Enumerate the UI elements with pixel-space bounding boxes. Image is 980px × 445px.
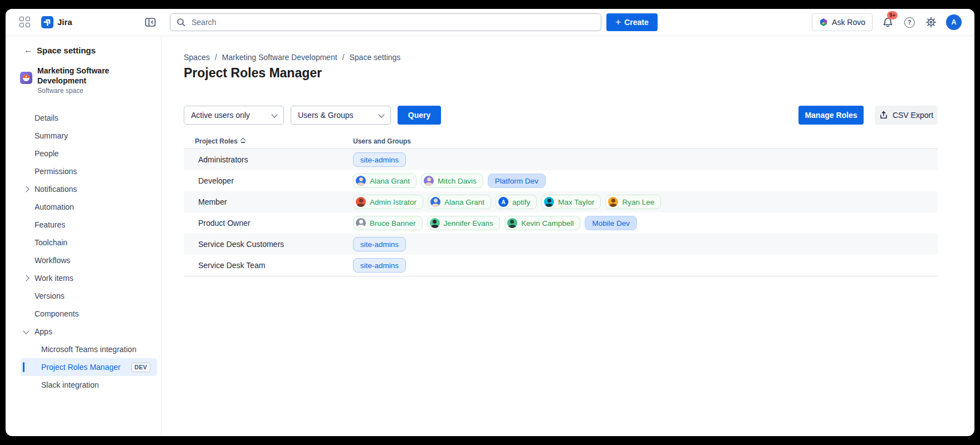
user-pill-aptify[interactable]: Aaptify [496,195,537,209]
group-pill-site-admins[interactable]: site-admins [353,258,406,273]
user-pill-bruce-banner[interactable]: Bruce Banner [353,216,423,230]
group-pill-site-admins[interactable]: site-admins [353,152,406,167]
create-button[interactable]: + Create [606,13,658,31]
space-type: Software space [37,87,131,95]
sidebar-item-automation[interactable]: Automation [6,198,161,216]
pill-label: site-admins [360,240,399,249]
pill-label: Mobile Dev [592,219,630,228]
sidebar-item-permissions[interactable]: Permissions [6,162,161,180]
sidebar-item-label: Apps [35,327,52,336]
sidebar-item-components[interactable]: Components [6,305,161,323]
member-avatar [430,197,440,207]
user-pill-mitch-davis[interactable]: Mitch Davis [421,174,483,188]
member-avatar [356,197,366,207]
user-pill-max-taylor[interactable]: Max Taylor [541,195,601,209]
query-button[interactable]: Query [398,106,441,125]
sidebar-item-people[interactable]: People [6,145,161,162]
user-avatar[interactable]: A [946,14,962,30]
chevron-right-icon[interactable] [23,275,29,281]
sidebar-menu: DetailsSummaryPeoplePermissionsNotificat… [6,109,161,394]
breadcrumb-item-space-settings[interactable]: Space settings [349,53,400,62]
sidebar-item-label: People [35,149,59,158]
back-to-project-button[interactable]: ← Space settings [6,44,161,56]
type-filter-select[interactable]: Users & Groups [291,106,391,125]
sidebar-item-label: Permissions [35,167,77,176]
breadcrumb: Spaces/Marketing Software Development/Sp… [184,52,974,63]
member-avatar [507,218,517,228]
help-icon[interactable]: ? [903,16,916,29]
user-pill-admin-istrator[interactable]: Admin Istrator [353,195,423,209]
members-cell: site-admins [349,152,406,167]
pill-label: Ryan Lee [622,198,654,206]
chevron-right-icon[interactable] [23,186,29,192]
sidebar-item-slack-integration[interactable]: Slack integration [6,376,161,394]
member-avatar [356,218,366,228]
top-navigation-bar: Jira + Create Ask Rovo [6,9,974,36]
table-row-service-desk-customers: Service Desk Customerssite-admins [184,234,938,255]
members-cell: Bruce BannerJennifer EvansKevin Campbell… [349,216,637,230]
sidebar-item-microsoft-teams-integration[interactable]: Microsoft Teams integration [6,340,161,358]
sidebar-item-workflows[interactable]: Workflows [6,251,161,269]
search-input[interactable] [190,17,595,27]
settings-gear-icon[interactable] [924,16,938,29]
space-card: Marketing Software Development Software … [6,66,161,95]
pill-label: Max Taylor [558,198,594,206]
notifications-bell-icon[interactable]: 9+ [881,16,894,29]
sidebar-item-label: Versions [35,291,65,300]
breadcrumb-separator: / [215,53,217,62]
breadcrumb-item-marketing-software-development[interactable]: Marketing Software Development [222,53,337,62]
manage-roles-button[interactable]: Manage Roles [798,106,864,125]
space-avatar-icon [20,72,32,84]
pill-label: Alana Grant [370,177,410,185]
breadcrumb-item-spaces[interactable]: Spaces [184,53,210,62]
member-avatar [430,218,440,228]
pill-label: Admin Istrator [370,198,416,206]
roles-table: Project Roles Users and Groups Administr… [184,134,938,276]
column-header-project-roles[interactable]: Project Roles [184,137,349,145]
user-pill-ryan-lee[interactable]: Ryan Lee [605,195,661,209]
app-window: Jira + Create Ask Rovo [6,9,974,436]
pill-label: Bruce Banner [370,219,416,228]
sidebar-item-features[interactable]: Features [6,216,161,234]
group-pill-mobile-dev[interactable]: Mobile Dev [585,216,637,230]
app-switcher-icon[interactable] [19,17,31,28]
user-pill-kevin-campbell[interactable]: Kevin Campbell [504,216,581,230]
pill-label: Alana Grant [444,198,484,206]
rovo-icon [819,18,828,27]
member-avatar: A [498,197,508,207]
collapse-sidebar-icon[interactable] [145,17,156,28]
sidebar-item-versions[interactable]: Versions [6,287,161,305]
pill-label: Platform Dev [495,177,538,185]
members-cell: site-admins [349,237,406,251]
group-pill-site-admins[interactable]: site-admins [353,237,406,251]
csv-export-button[interactable]: CSV Export [875,106,938,125]
sidebar-item-details[interactable]: Details [6,109,161,127]
chevron-down-icon [271,111,277,117]
user-pill-jennifer-evans[interactable]: Jennifer Evans [427,216,500,230]
notification-badge: 9+ [887,11,898,19]
role-name: Service Desk Customers [184,240,349,249]
user-pill-alana-grant[interactable]: Alana Grant [428,195,491,209]
chevron-down-icon[interactable] [23,328,29,334]
sidebar-item-label: Work items [35,274,74,283]
role-name: Developer [184,176,349,185]
sidebar-item-label: Automation [35,202,74,211]
member-avatar [356,176,366,186]
sidebar-item-apps[interactable]: Apps [6,323,161,340]
pill-label: aptify [512,198,530,206]
user-pill-alana-grant[interactable]: Alana Grant [353,174,416,188]
app-title: Jira [57,9,72,36]
sidebar-item-work-items[interactable]: Work items [6,269,161,287]
sidebar-item-project-roles-manager[interactable]: Project Roles ManagerDEV [21,358,157,376]
sidebar-item-label: Summary [35,131,68,140]
table-row-developer: DeveloperAlana GrantMitch DavisPlatform … [184,170,938,191]
sidebar-item-toolchain[interactable]: Toolchain [6,234,161,251]
sidebar-item-label: Toolchain [35,238,67,247]
user-filter-select[interactable]: Active users only [184,106,284,125]
sidebar-item-label: Components [35,309,79,318]
sidebar-item-summary[interactable]: Summary [6,127,161,145]
group-pill-platform-dev[interactable]: Platform Dev [488,174,546,188]
main-content: Spaces/Marketing Software Development/Sp… [161,36,974,436]
sidebar-item-notifications[interactable]: Notifications [6,180,161,198]
ask-rovo-button[interactable]: Ask Rovo [812,13,873,31]
